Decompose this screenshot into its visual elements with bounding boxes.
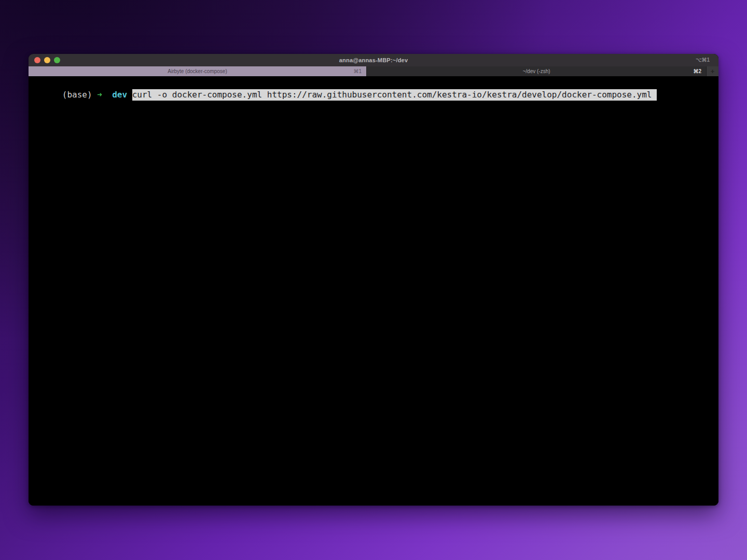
tab-airbyte-docker-compose[interactable]: Airbyte (docker-compose) ⌘1 — [29, 66, 367, 76]
tab-bar: Airbyte (docker-compose) ⌘1 ~/dev (-zsh)… — [29, 66, 718, 76]
command-text-selected: curl -o docker-compose.yml https://raw.g… — [132, 89, 657, 101]
tab-dev-zsh[interactable]: ~/dev (-zsh) ⌘2 — [367, 66, 707, 76]
tab-shortcut-hint: ⌘1 — [353, 68, 362, 74]
traffic-lights — [34, 57, 60, 63]
prompt-directory: dev — [112, 90, 127, 100]
prompt-spacer — [127, 90, 132, 100]
minimize-button[interactable] — [44, 57, 50, 63]
prompt-arrow: ➜ — [97, 90, 102, 100]
prompt-spacer — [92, 90, 98, 100]
tab-label: ~/dev (-zsh) — [522, 68, 550, 74]
prompt-spacer — [102, 90, 112, 100]
zoom-button[interactable] — [54, 57, 60, 63]
tab-label: Airbyte (docker-compose) — [168, 68, 227, 74]
terminal-window: anna@annas-MBP:~/dev ⌥⌘1 Airbyte (docker… — [29, 54, 718, 506]
prompt-line: (base) ➜ dev curl -o docker-compose.yml … — [62, 89, 657, 101]
close-button[interactable] — [34, 57, 40, 63]
window-title: anna@annas-MBP:~/dev — [29, 57, 718, 63]
prompt-conda-env: (base) — [62, 90, 92, 100]
window-shortcut-hint: ⌥⌘1 — [696, 54, 710, 66]
window-titlebar[interactable]: anna@annas-MBP:~/dev ⌥⌘1 — [29, 54, 718, 66]
desktop-background: anna@annas-MBP:~/dev ⌥⌘1 Airbyte (docker… — [0, 0, 747, 560]
tab-shortcut-hint: ⌘2 — [693, 68, 701, 74]
new-tab-button[interactable]: + — [707, 66, 718, 76]
terminal-content[interactable]: (base) ➜ dev curl -o docker-compose.yml … — [29, 76, 718, 506]
